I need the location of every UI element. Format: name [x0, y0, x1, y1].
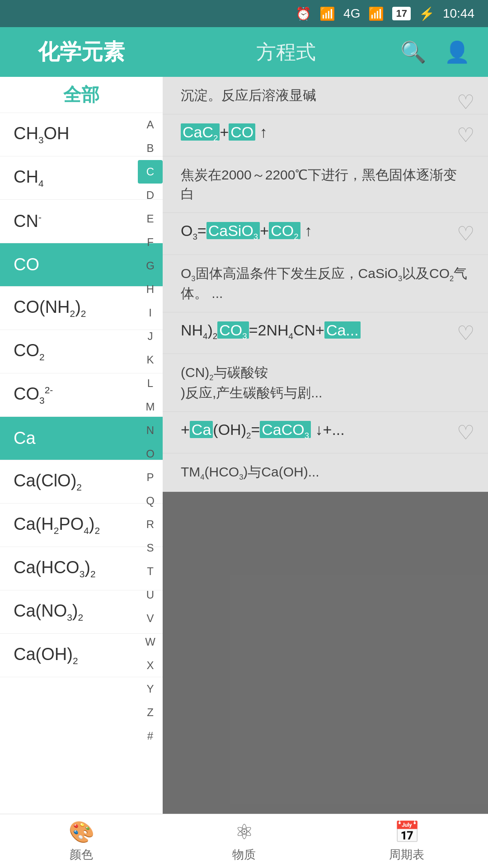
clock-icon: ⏰ [296, 6, 311, 21]
card8-formula: +Ca(OH)2=CaCO3 ↓+... [181, 421, 470, 441]
color-nav-icon: 🎨 [69, 820, 94, 844]
alpha-Z[interactable]: Z [138, 701, 163, 724]
highlight-CaCO3: CaCO3 [260, 421, 311, 438]
content-card-2[interactable]: CaC2+CO ↑ ♡ [163, 114, 488, 156]
favorite-icon-2[interactable]: ♡ [457, 123, 474, 146]
alpha-L[interactable]: L [138, 372, 163, 395]
highlight-CO: CO [229, 123, 255, 141]
alpha-A[interactable]: A [138, 113, 163, 137]
highlight-CaSiO3: CaSiO3 [206, 222, 260, 239]
sidebar-item-label: CH3OH [14, 124, 70, 146]
alpha-V[interactable]: V [138, 607, 163, 630]
content-card-9[interactable]: TM4(HCO3)与Ca(OH)... [163, 453, 488, 492]
header-actions: 🔍 👤 [400, 40, 488, 64]
content-card-1[interactable]: 沉淀。反应后溶液显碱 ♡ [163, 77, 488, 114]
alpha-hash[interactable]: # [138, 724, 163, 748]
card1-desc: 沉淀。反应后溶液显碱 [181, 86, 470, 105]
nav-periodic[interactable]: 📅 周期表 [325, 820, 488, 863]
signal-icon: 📶 [368, 6, 384, 21]
content-card-8[interactable]: +Ca(OH)2=CaCO3 ↓+... ♡ [163, 412, 488, 454]
highlight-Ca3: Ca [190, 421, 213, 438]
alpha-N[interactable]: N [138, 419, 163, 442]
sidebar-item-label: CO(NH2)2 [14, 297, 86, 319]
favorite-icon-4[interactable]: ♡ [457, 222, 474, 245]
wifi-icon: 📶 [319, 6, 335, 21]
alpha-I[interactable]: I [138, 301, 163, 325]
card6-formula: NH4)2CO3=2NH4CN+Ca... [181, 321, 470, 341]
card7-desc: (CN)2与碳酸铵)反应,产生碳酸钙与剧... [181, 363, 470, 402]
sidebar-item-label: Ca [14, 429, 36, 448]
alpha-X[interactable]: X [138, 654, 163, 677]
time-display: 10:44 [443, 6, 474, 21]
nav-matter[interactable]: ⚛ 物质 [163, 820, 325, 863]
alpha-M[interactable]: M [138, 395, 163, 419]
bottom-navigation: 🎨 颜色 ⚛ 物质 📅 周期表 [0, 814, 488, 868]
content-card-3[interactable]: 焦炭在2000～2200℃下进行，黑色固体逐渐变白 [163, 156, 488, 213]
alpha-R[interactable]: R [138, 513, 163, 536]
highlight-Ca2: Ca... [324, 321, 361, 339]
favorite-icon-8[interactable]: ♡ [457, 421, 474, 444]
content-card-4[interactable]: O3=CaSiO3+CO2 ↑ ♡ [163, 213, 488, 255]
nav-color[interactable]: 🎨 颜色 [0, 820, 163, 863]
sidebar-item-label: Ca(ClO)2 [14, 471, 82, 493]
alpha-W[interactable]: W [138, 630, 163, 654]
favorite-icon-1[interactable]: ♡ [457, 90, 474, 113]
element-sidebar: 全部 CH3OH CH4 CN- CO CO(NH2)2 CO2 CO32- [0, 77, 163, 868]
alpha-T[interactable]: T [138, 560, 163, 583]
sidebar-item-label: CH4 [14, 167, 44, 189]
sidebar-item-label: CN- [14, 212, 42, 231]
sidebar-item-label: Ca(NO3)2 [14, 601, 83, 623]
sidebar-all-filter[interactable]: 全部 [0, 77, 163, 113]
battery-level: 17 [392, 7, 410, 20]
alpha-Y[interactable]: Y [138, 677, 163, 701]
alpha-U[interactable]: U [138, 583, 163, 607]
header-title: 化学元素 [0, 38, 163, 66]
status-bar: ⏰ 📶 4G 📶 17 ⚡ 10:44 [0, 0, 488, 27]
periodic-nav-label: 周期表 [389, 847, 424, 863]
card4-formula: O3=CaSiO3+CO2 ↑ [181, 222, 470, 242]
highlight-CO2: CO2 [269, 222, 300, 239]
highlight-CO3: CO3 [217, 321, 249, 339]
alpha-D[interactable]: D [138, 184, 163, 207]
content-card-6[interactable]: NH4)2CO3=2NH4CN+Ca... ♡ [163, 312, 488, 354]
alpha-S[interactable]: S [138, 536, 163, 560]
alpha-F[interactable]: F [138, 231, 163, 254]
sidebar-item-label: Ca(HCO3)2 [14, 558, 96, 580]
highlight-CaC2: CaC2 [181, 123, 220, 141]
favorite-icon-6[interactable]: ♡ [457, 321, 474, 344]
sidebar-item-label: CO [14, 255, 39, 274]
all-label: 全部 [63, 82, 99, 107]
card2-formula: CaC2+CO ↑ [181, 123, 470, 143]
alpha-J[interactable]: J [138, 325, 163, 348]
content-card-5[interactable]: O3固体高温条件下发生反应，CaSiO3以及CO2气体。 ... [163, 255, 488, 312]
alpha-C[interactable]: C [138, 160, 163, 184]
sidebar-item-label: CO2 [14, 341, 45, 363]
sidebar-item-label: Ca(OH)2 [14, 645, 78, 666]
alpha-B[interactable]: B [138, 137, 163, 160]
sidebar-item-label: Ca(H2PO4)2 [14, 514, 100, 536]
alphabet-index: A B C D E F G H I J K L M N O P Q R S T … [138, 113, 163, 748]
alpha-O[interactable]: O [138, 442, 163, 466]
card9-desc: TM4(HCO3)与Ca(OH)... [181, 462, 470, 482]
color-nav-label: 颜色 [70, 847, 93, 863]
battery-icon: ⚡ [419, 6, 435, 21]
app-header: 化学元素 方程式 🔍 👤 [0, 27, 488, 77]
alpha-P[interactable]: P [138, 466, 163, 489]
sidebar-item-label: CO32- [14, 384, 53, 406]
right-content-area: 沉淀。反应后溶液显碱 ♡ CaC2+CO ↑ ♡ 焦炭在2000～2200℃下进… [163, 77, 488, 868]
search-icon[interactable]: 🔍 [400, 40, 426, 64]
alpha-K[interactable]: K [138, 348, 163, 372]
card3-desc: 焦炭在2000～2200℃下进行，黑色固体逐渐变白 [181, 165, 470, 203]
matter-nav-label: 物质 [232, 847, 256, 863]
alpha-G[interactable]: G [138, 254, 163, 278]
periodic-nav-icon: 📅 [394, 820, 420, 844]
user-icon[interactable]: 👤 [444, 40, 470, 64]
alpha-H[interactable]: H [138, 278, 163, 301]
content-card-7[interactable]: (CN)2与碳酸铵)反应,产生碳酸钙与剧... [163, 354, 488, 411]
alpha-E[interactable]: E [138, 207, 163, 231]
matter-nav-icon: ⚛ [235, 820, 253, 844]
main-layout: 全部 CH3OH CH4 CN- CO CO(NH2)2 CO2 CO32- [0, 77, 488, 868]
card5-desc: O3固体高温条件下发生反应，CaSiO3以及CO2气体。 ... [181, 264, 470, 303]
header-subtitle: 方程式 [163, 39, 400, 66]
alpha-Q[interactable]: Q [138, 489, 163, 513]
